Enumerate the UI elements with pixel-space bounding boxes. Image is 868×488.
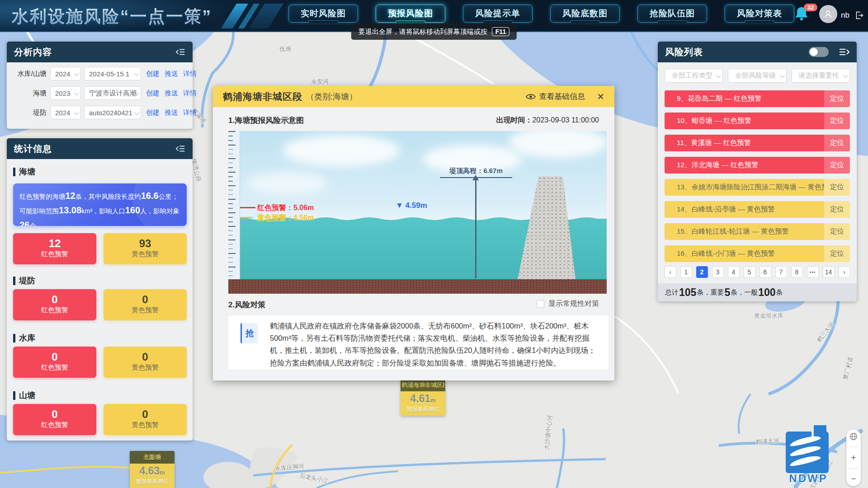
toast-key-f11: F11 [492,27,509,36]
red-label: 红色预警 [13,250,96,258]
zoom-in-button[interactable]: + [846,453,861,462]
badge-title: 北面塘 [130,451,175,464]
section-title-pond: 山塘 [13,390,35,401]
logout-icon[interactable] [854,10,864,20]
risk-item[interactable]: 12、洋北海塘 — 红色预警 定位 [665,157,850,174]
dike-yellow-card[interactable]: 0 黄色预警 [104,289,187,320]
seabed [228,279,607,294]
push-link[interactable]: 推送 [165,108,178,117]
risk-level-value: 全部风险等级 [735,71,776,80]
page-5[interactable]: 5 [744,266,755,278]
locate-button[interactable]: 定位 [824,245,850,262]
create-link[interactable]: 创建 [146,108,160,117]
nav-risk-base-map[interactable]: 风险底数图 [550,5,620,23]
show-routine-measures-checkbox[interactable] [537,300,544,308]
basemap-globe-icon[interactable] [846,432,861,441]
locate-button[interactable]: 定位 [824,201,850,218]
view-basic-info-button[interactable]: 查看基础信息 [526,91,585,102]
page-next[interactable]: › [839,266,850,278]
red-count: 12 [13,237,96,250]
red-count: 0 [13,408,96,421]
nav-rescue-team-map[interactable]: 抢险队伍图 [637,5,707,23]
collapse-right-icon[interactable] [839,48,849,56]
page-2-active[interactable]: 2 [696,266,708,278]
locate-button[interactable]: 定位 [824,135,850,151]
risk-toggle-switch[interactable] [809,47,829,57]
dike-red-card[interactable]: 0 红色预警 [13,289,96,320]
risk-item-label: 14、白峰线-沿亭塘 — 黄色预警 [665,205,824,214]
reservoir-yellow-card[interactable]: 0 黄色预警 [104,347,187,378]
locate-button[interactable]: 定位 [824,179,850,196]
map-label: 低塘 [279,45,291,53]
scheme-select[interactable]: 2024-05-15 1 [84,67,141,80]
page-7[interactable]: 7 [775,266,787,278]
risk-summary-footer: 总计105条，重要5条，一般100条 [658,283,857,301]
pond-yellow-card[interactable]: 0 黄色预警 [104,404,187,435]
close-icon[interactable]: ✕ [597,91,604,102]
risk-item[interactable]: 16、白峰线-小门塘 — 黄色预警 定位 [665,245,850,262]
seawall-red-card[interactable]: 12 红色预警 [13,233,96,264]
page-8[interactable]: 8 [791,266,803,278]
zoom-out-button[interactable]: − [846,474,861,483]
risk-item-label: 16、白峰线-小门塘 — 黄色预警 [665,249,824,258]
page-14[interactable]: 14 [823,266,835,278]
page-4[interactable]: 4 [728,266,740,278]
pond-red-card[interactable]: 0 红色预警 [13,404,96,435]
analysis-panel-title: 分析内容 [14,46,52,58]
push-link[interactable]: 推送 [165,89,178,98]
nav-forecast-risk-map[interactable]: 预报风险图 [376,5,445,23]
locate-button[interactable]: 定位 [824,223,850,240]
seawall-detail-modal: 鹤浦海塘非城区段 （类别:海塘） 查看基础信息 ✕ 1.海塘预报风险示意图 出现… [213,86,614,380]
year-select[interactable]: 2024 [50,106,81,119]
create-link[interactable]: 创建 [146,89,160,98]
risk-item[interactable]: 13、余姚市海塘除险治江围涂二期海塘 — 黄色预警 定位 [665,179,850,196]
seawall-yellow-card[interactable]: 93 黄色预警 [104,233,187,264]
page-prev[interactable]: ‹ [665,266,676,278]
avatar[interactable] [819,5,837,23]
measure-text: 鹤浦镇人民政府在镇政府仓库储备麻袋2000条、无纺布600m²、砂石料100m³… [270,320,600,369]
year-select[interactable]: 2024 [50,67,81,80]
risk-item[interactable]: 15、白峰轮江线-轮江塘 — 黄色预警 定位 [665,223,850,240]
nav-risk-notice-list[interactable]: 风险提示单 [463,5,533,23]
detail-link[interactable]: 详情 [183,108,197,117]
page-6[interactable]: 6 [760,266,771,278]
page-1[interactable]: 1 [680,266,692,278]
risk-item[interactable]: 14、白峰线-沿亭塘 — 黄色预警 定位 [665,201,850,218]
detail-link[interactable]: 详情 [183,70,197,78]
risk-item-label: 12、洋北海塘 — 红色预警 [665,160,824,170]
project-type-select[interactable]: 全部工程类型 [665,69,723,83]
detail-link[interactable]: 详情 [183,89,197,98]
yellow-label: 黄色预警 [104,306,187,314]
nav-realtime-risk-map[interactable]: 实时风险图 [288,5,358,23]
stats-panel: 统计信息 海塘 红色预警的海塘12条，其中风险段长度约16.6公里；可能影响范围… [7,138,193,441]
risk-item-label: 9、花岙岛二期 — 红色预警 [665,94,824,103]
notification-bell[interactable]: 32 [794,5,816,26]
collapse-left-icon[interactable] [175,145,185,153]
red-count: 0 [13,293,96,306]
scheme-select[interactable]: 宁波市设计高潮 [84,86,141,100]
risk-item[interactable]: 9、花岙岛二期 — 红色预警 定位 [665,90,850,107]
year-select[interactable]: 2023 [50,86,81,100]
main-nav: 实时风险图 预报风险图 风险提示单 风险底数图 抢险队伍图 风险对策表 [288,5,794,23]
reservoir-red-card[interactable]: 0 红色预警 [13,347,96,378]
page-3[interactable]: 3 [712,266,724,278]
risk-level-select[interactable]: 全部风险等级 [728,69,786,83]
nav-risk-measure-table[interactable]: 风险对策表 [725,5,794,23]
yellow-count: 0 [104,351,187,363]
locate-button[interactable]: 定位 [824,157,850,174]
create-link[interactable]: 创建 [146,70,160,78]
locate-button[interactable]: 定位 [824,90,850,107]
locate-button[interactable]: 定位 [824,113,850,129]
badge-unit: m [160,469,165,476]
collapse-left-icon[interactable] [175,48,185,56]
risk-item[interactable]: 10、蚶岙塘 — 红色预警 定位 [665,113,850,129]
tide-badge-hepu: 鹤浦海塘非城区段 4.61m 预报最高潮位 [401,379,445,416]
map-label: 永安河 [311,78,329,86]
seawall-forecast-diagram: 红色预警：5.06m 黄色预警：4.56m ▼ 4.59m 堤顶高程：6.67m [228,131,607,294]
risk-item[interactable]: 11、黄溪塘 — 红色预警 定位 [665,135,850,151]
page-ellipsis[interactable]: ••• [807,266,819,278]
scheme-select[interactable]: auto20240421 [84,106,141,119]
push-link[interactable]: 推送 [165,70,178,78]
importance-select[interactable]: 请选择重要性 [792,69,850,83]
yellow-label: 黄色预警 [104,363,187,372]
